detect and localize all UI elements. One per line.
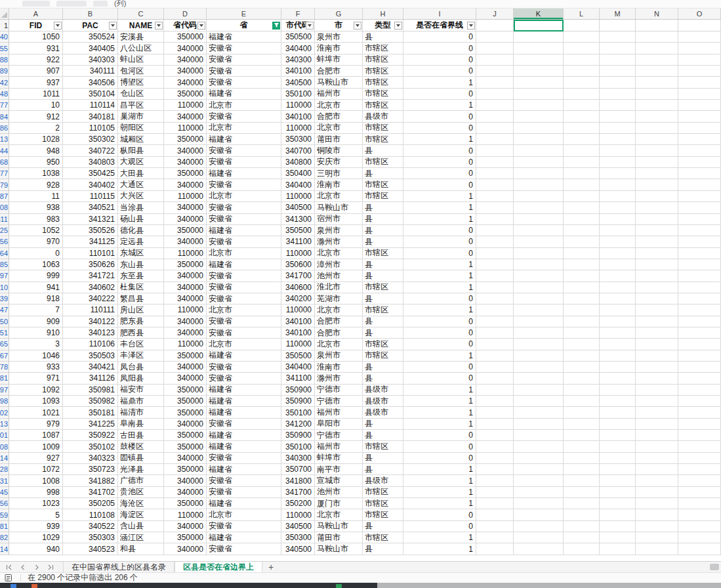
cell[interactable]: 安徽省	[207, 157, 281, 168]
cell[interactable]: 市辖区	[363, 43, 403, 54]
cell[interactable]: 枞阳县	[118, 145, 164, 156]
cell[interactable]: 938	[9, 202, 63, 213]
add-sheet-button[interactable]: +	[262, 562, 279, 572]
cell[interactable]: 县	[363, 453, 403, 464]
cell[interactable]: 340522	[63, 521, 118, 532]
cell[interactable]: 福建省	[207, 441, 281, 452]
first-sheet-button[interactable]	[5, 562, 14, 572]
empty-cell[interactable]	[564, 259, 600, 270]
cell[interactable]: 安徽省	[207, 214, 281, 225]
cell[interactable]: 912	[9, 111, 63, 122]
empty-cell[interactable]	[636, 487, 678, 498]
empty-cell[interactable]	[564, 304, 600, 316]
empty-cell[interactable]	[514, 498, 564, 509]
cell[interactable]: 340000	[164, 202, 207, 213]
cell[interactable]: 0	[403, 89, 476, 100]
row-number[interactable]: 213	[0, 134, 9, 145]
empty-cell[interactable]	[514, 316, 564, 327]
empty-cell[interactable]	[678, 77, 721, 88]
row-number[interactable]: 308	[0, 202, 9, 213]
cell[interactable]: 110106	[63, 339, 118, 350]
empty-cell[interactable]	[564, 487, 600, 498]
empty-cell[interactable]	[514, 66, 564, 77]
row-number[interactable]: 601	[0, 430, 9, 441]
empty-cell[interactable]	[514, 248, 564, 259]
empty-cell[interactable]	[476, 202, 514, 213]
empty-cell[interactable]	[514, 168, 564, 179]
row-number[interactable]: 656	[0, 498, 9, 509]
cell[interactable]: 1	[403, 202, 476, 213]
cell[interactable]: 安徽省	[207, 179, 281, 190]
cell[interactable]: 安徽省	[207, 316, 281, 327]
empty-cell[interactable]	[636, 373, 678, 384]
cell[interactable]: 北京市	[207, 100, 281, 111]
empty-cell[interactable]	[636, 350, 678, 362]
empty-cell[interactable]	[600, 441, 636, 452]
cell[interactable]: 市辖区	[363, 282, 403, 293]
row-number[interactable]: 279	[0, 179, 9, 190]
cell[interactable]: 福清市	[118, 407, 164, 418]
cell[interactable]: 2	[9, 123, 63, 134]
empty-cell[interactable]	[678, 509, 721, 520]
cell[interactable]: 县	[363, 214, 403, 225]
cell[interactable]: 341200	[281, 419, 315, 430]
cell[interactable]: 110000	[164, 304, 207, 316]
cell[interactable]: 341225	[63, 419, 118, 430]
cell[interactable]: 110000	[164, 191, 207, 202]
select-all-corner[interactable]	[0, 9, 9, 19]
empty-cell[interactable]	[514, 430, 564, 441]
cell[interactable]: 998	[9, 487, 63, 498]
cell[interactable]: 340123	[63, 327, 118, 339]
cell[interactable]: 市辖区	[363, 509, 403, 520]
row-number[interactable]: 497	[0, 385, 9, 396]
cell[interactable]: 340400	[281, 362, 315, 373]
previous-sheet-button[interactable]	[18, 562, 28, 572]
cell[interactable]: 市辖区	[363, 77, 403, 88]
cell[interactable]: 县	[363, 464, 403, 475]
empty-cell[interactable]	[514, 179, 564, 190]
cell[interactable]: 907	[9, 66, 63, 77]
empty-cell[interactable]	[564, 498, 600, 509]
cell[interactable]: 巢湖市	[118, 111, 164, 122]
empty-cell[interactable]	[636, 430, 678, 441]
cell[interactable]: 350000	[164, 225, 207, 236]
cell[interactable]: 南平市	[315, 464, 363, 475]
cell[interactable]: 340000	[164, 327, 207, 339]
cell[interactable]: 110000	[164, 123, 207, 134]
empty-cell[interactable]	[476, 316, 514, 327]
empty-cell[interactable]	[600, 419, 636, 430]
cell[interactable]: 1029	[9, 532, 63, 543]
empty-cell[interactable]	[600, 214, 636, 225]
filter-active-funnel-icon[interactable]	[272, 22, 280, 30]
cell[interactable]: 县	[363, 270, 403, 282]
empty-cell[interactable]	[636, 293, 678, 304]
cell[interactable]: 市辖区	[363, 532, 403, 543]
cell[interactable]: 971	[9, 373, 63, 384]
empty-cell[interactable]	[564, 32, 600, 43]
empty-cell[interactable]	[636, 123, 678, 134]
row-number[interactable]: 89	[0, 66, 9, 77]
cell[interactable]: 安徽省	[207, 282, 281, 293]
empty-cell[interactable]	[678, 543, 721, 555]
row-number[interactable]: 614	[0, 453, 9, 464]
cell[interactable]: 宁德市	[315, 430, 363, 441]
empty-cell[interactable]	[476, 191, 514, 202]
cell[interactable]: 970	[9, 236, 63, 247]
cell[interactable]: 县	[363, 293, 403, 304]
empty-cell[interactable]	[564, 282, 600, 293]
cell[interactable]: 937	[9, 77, 63, 88]
cell[interactable]: 繁昌县	[118, 293, 164, 304]
cell[interactable]: 北京市	[207, 509, 281, 520]
row-number[interactable]: 184	[0, 111, 9, 122]
cell[interactable]: 漳州市	[315, 259, 363, 270]
cell[interactable]: 安溪县	[118, 32, 164, 43]
empty-cell[interactable]	[564, 385, 600, 396]
filter-dropdown-button[interactable]	[306, 22, 314, 30]
cell[interactable]: 福建省	[207, 225, 281, 236]
cell[interactable]: 安徽省	[207, 362, 281, 373]
cell[interactable]: 340000	[164, 270, 207, 282]
cell[interactable]: 110114	[63, 100, 118, 111]
cell[interactable]: 福建省	[207, 464, 281, 475]
filter-dropdown-button[interactable]	[197, 22, 205, 30]
cell[interactable]: 11	[9, 191, 63, 202]
